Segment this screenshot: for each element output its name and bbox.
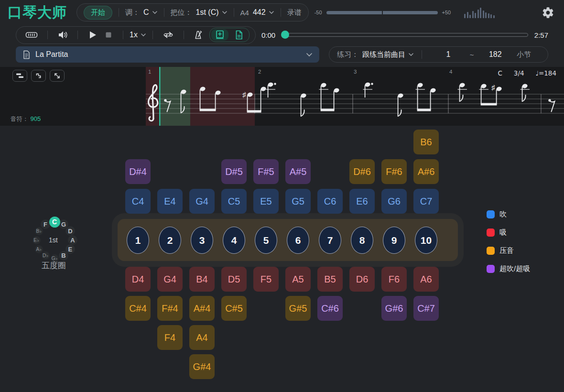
svg-text:♯: ♯ bbox=[491, 83, 495, 91]
cof-note-D♭[interactable]: D♭ bbox=[42, 251, 50, 260]
tune-slider-thumb[interactable] bbox=[382, 10, 383, 15]
note-cell-C#6[interactable]: C#6 bbox=[317, 296, 343, 321]
note-cell-D6[interactable]: D6 bbox=[349, 267, 375, 292]
position-value: 1st (C) bbox=[196, 8, 219, 17]
hole-5[interactable]: 5 bbox=[255, 227, 277, 254]
note-cell-C4[interactable]: C4 bbox=[125, 189, 151, 214]
piano-roll-view-icon[interactable] bbox=[12, 70, 27, 82]
file-icon bbox=[22, 50, 31, 59]
note-cell-C#5[interactable]: C#5 bbox=[221, 296, 247, 321]
note-cell-E4[interactable]: E4 bbox=[157, 189, 183, 214]
note-cell-C7[interactable]: C7 bbox=[413, 189, 439, 214]
chevron-down-icon bbox=[141, 33, 146, 37]
note-cell-C5[interactable]: C5 bbox=[221, 189, 247, 214]
stop-button[interactable] bbox=[100, 30, 117, 40]
note-cell-C#7[interactable]: C#7 bbox=[413, 296, 439, 321]
position-select[interactable]: 1st (C) bbox=[192, 8, 228, 17]
score-tool-buttons bbox=[12, 70, 65, 82]
note-cell-B4[interactable]: B4 bbox=[189, 267, 215, 292]
note-cell-F#4[interactable]: F#4 bbox=[157, 296, 183, 321]
note-cell-G#4[interactable]: G#4 bbox=[189, 354, 215, 379]
note-cell-C6[interactable]: C6 bbox=[317, 189, 343, 214]
note-cell-G4[interactable]: G4 bbox=[189, 189, 215, 214]
hole-10[interactable]: 10 bbox=[415, 227, 437, 254]
note-cell-F6[interactable]: F6 bbox=[381, 267, 407, 292]
note-cell-F#6[interactable]: F#6 bbox=[381, 159, 407, 184]
hole-9[interactable]: 9 bbox=[383, 227, 405, 254]
settings-gear-icon[interactable] bbox=[542, 6, 554, 19]
note-cell-F#5[interactable]: F#5 bbox=[253, 159, 279, 184]
hole-3[interactable]: 3 bbox=[191, 227, 213, 254]
cof-note-A[interactable]: A bbox=[68, 235, 77, 245]
note-cell-D#5[interactable]: D#5 bbox=[221, 159, 247, 184]
speaker-icon[interactable] bbox=[54, 30, 71, 40]
cof-title: 五度圈 bbox=[42, 260, 66, 271]
cof-note-D[interactable]: D bbox=[65, 226, 75, 236]
note-cell-G#5[interactable]: G#5 bbox=[285, 296, 311, 321]
note-cell-A#5[interactable]: A#5 bbox=[285, 159, 311, 184]
note-cell-G6[interactable]: G6 bbox=[381, 189, 407, 214]
hole-7[interactable]: 7 bbox=[319, 227, 341, 254]
note-cell-B5[interactable]: B5 bbox=[317, 267, 343, 292]
hole-8[interactable]: 8 bbox=[351, 227, 373, 254]
step-scroll-icon[interactable] bbox=[31, 70, 46, 82]
measure-number-4: 4 bbox=[449, 69, 452, 75]
note-cell-D#6[interactable]: D#6 bbox=[349, 159, 375, 184]
audio-meter-icon bbox=[464, 7, 495, 18]
songbook-toggle[interactable] bbox=[211, 29, 228, 41]
hole-6[interactable]: 6 bbox=[287, 227, 309, 254]
tune-slider[interactable] bbox=[326, 11, 438, 14]
seek-slider-thumb[interactable] bbox=[281, 31, 289, 39]
cof-note-F[interactable]: F bbox=[41, 219, 50, 229]
seek-slider[interactable] bbox=[282, 33, 528, 37]
top-toolbar: 口琴大师 开始 调： C 把位： 1st (C) A4 442 录谱 bbox=[0, 0, 564, 25]
note-cell-A6[interactable]: A6 bbox=[413, 267, 439, 292]
harmonica-view-icon[interactable] bbox=[22, 30, 41, 40]
loop-icon[interactable] bbox=[159, 30, 177, 40]
hole-4[interactable]: 4 bbox=[223, 227, 245, 254]
note-cell-A#4[interactable]: A#4 bbox=[189, 296, 215, 321]
fine-tune-control: -50 +50 bbox=[315, 10, 451, 15]
record-score-button[interactable]: 录谱 bbox=[287, 8, 302, 17]
note-cell-C#4[interactable]: C#4 bbox=[125, 296, 151, 321]
note-cell-A#6[interactable]: A#6 bbox=[413, 159, 439, 184]
note-cell-G5[interactable]: G5 bbox=[285, 189, 311, 214]
cof-note-E♭[interactable]: E♭ bbox=[33, 236, 41, 244]
note-cell-B6[interactable]: B6 bbox=[413, 130, 439, 154]
cof-note-B♭[interactable]: B♭ bbox=[35, 227, 43, 235]
note-cell-D4[interactable]: D4 bbox=[125, 267, 151, 292]
metronome-icon[interactable] bbox=[190, 30, 206, 40]
note-cell-G#6[interactable]: G#6 bbox=[381, 296, 407, 321]
cof-note-C[interactable]: C bbox=[49, 217, 60, 228]
song-selector[interactable]: La Partita bbox=[16, 46, 319, 63]
measure-to-field[interactable]: 182 bbox=[483, 50, 508, 59]
practice-mode-select[interactable]: 跟练当前曲目 bbox=[362, 50, 414, 59]
divider bbox=[77, 31, 78, 39]
app-title: 口琴大师 bbox=[8, 3, 67, 22]
hole-1[interactable]: 1 bbox=[127, 227, 149, 254]
note-cell-A5[interactable]: A5 bbox=[285, 267, 311, 292]
measure-from-field[interactable]: 1 bbox=[436, 50, 461, 59]
sheet-music-panel: ♯♯ 1234 C 3/4 ♩=184 音符：905 bbox=[0, 67, 564, 126]
note-cell-D#4[interactable]: D#4 bbox=[125, 159, 151, 184]
sheet-toggle[interactable] bbox=[230, 29, 248, 41]
divider bbox=[152, 31, 153, 39]
tuning-select[interactable]: 442 bbox=[249, 8, 274, 17]
speed-select[interactable]: 1x bbox=[130, 31, 146, 39]
note-cell-F5[interactable]: F5 bbox=[253, 267, 279, 292]
note-cell-F4[interactable]: F4 bbox=[157, 325, 183, 350]
key-select[interactable]: C bbox=[140, 8, 158, 17]
cof-note-A♭[interactable]: A♭ bbox=[35, 245, 43, 253]
expand-view-icon[interactable] bbox=[50, 70, 65, 82]
note-cell-D5[interactable]: D5 bbox=[221, 267, 247, 292]
note-cell-E5[interactable]: E5 bbox=[253, 189, 279, 214]
legend-item: 吸 bbox=[487, 228, 530, 237]
hole-2[interactable]: 2 bbox=[159, 227, 181, 254]
chevron-down-icon bbox=[408, 53, 414, 56]
play-button[interactable] bbox=[84, 30, 100, 40]
cof-note-B[interactable]: B bbox=[59, 251, 68, 261]
note-cell-E6[interactable]: E6 bbox=[349, 189, 375, 214]
note-cell-A4[interactable]: A4 bbox=[189, 325, 215, 350]
note-cell-G4[interactable]: G4 bbox=[157, 267, 183, 292]
start-button[interactable]: 开始 bbox=[84, 6, 112, 20]
